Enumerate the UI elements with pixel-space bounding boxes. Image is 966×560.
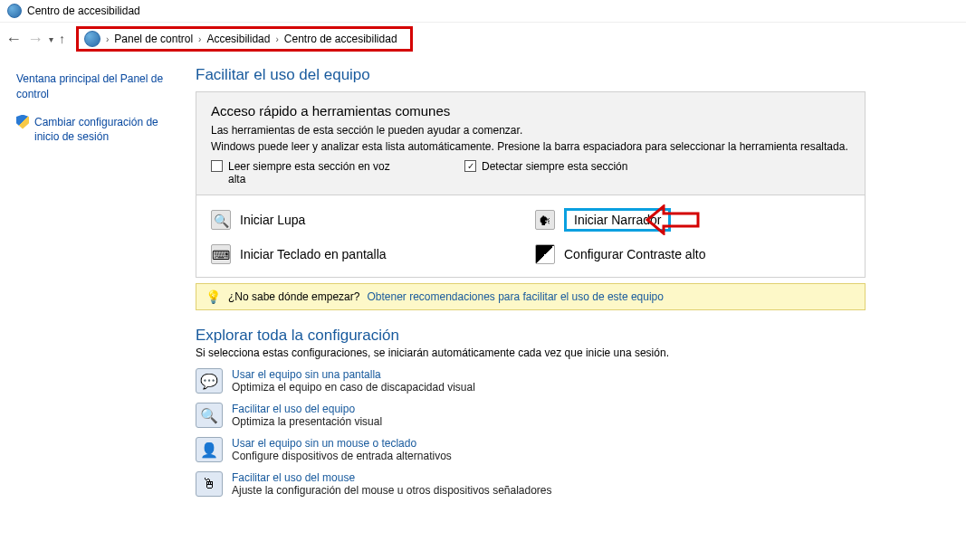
tool-narrador[interactable]: Iniciar Narrador xyxy=(535,208,850,232)
nav-forward-icon[interactable]: → xyxy=(27,30,43,49)
checkbox-read-label: Leer siempre esta sección en voz alta xyxy=(228,160,410,185)
chevron-right-icon: › xyxy=(198,34,201,44)
narrator-icon xyxy=(535,210,555,230)
explore-link[interactable]: Usar el equipo sin una pantalla xyxy=(232,368,475,381)
sidebar: Ventana principal del Panel de control C… xyxy=(16,66,179,506)
tool-lupa-label: Iniciar Lupa xyxy=(240,213,305,227)
breadcrumb[interactable]: › Panel de control › Accesibilidad › Cen… xyxy=(76,26,413,52)
tool-teclado-label: Iniciar Teclado en pantalla xyxy=(240,247,387,261)
crumb-accesibilidad[interactable]: Accesibilidad xyxy=(206,33,270,45)
help-question: ¿No sabe dónde empezar? xyxy=(228,290,359,303)
checkbox-checked-icon: ✓ xyxy=(464,160,476,172)
chevron-right-icon: › xyxy=(106,34,109,44)
sidebar-link-main[interactable]: Ventana principal del Panel de control xyxy=(16,71,179,102)
panel-desc1: Las herramientas de esta sección le pued… xyxy=(211,124,850,137)
magnifier-icon xyxy=(211,210,231,230)
contrast-icon xyxy=(535,244,555,264)
explore-title: Explorar toda la configuración xyxy=(196,327,866,345)
option-icon: 👤 xyxy=(196,437,223,462)
main: Facilitar el uso del equipo Acceso rápid… xyxy=(196,66,866,506)
sidebar-link-login-label: Cambiar configuración de inicio de sesió… xyxy=(34,115,179,146)
tool-contraste-label: Configurar Contraste alto xyxy=(564,247,705,261)
help-bar: 💡 ¿No sabe dónde empezar? Obtener recome… xyxy=(196,283,866,310)
crumb-centro[interactable]: Centro de accesibilidad xyxy=(284,33,397,45)
highlight-narrador: Iniciar Narrador xyxy=(564,208,671,232)
navbar: ← → ▾ ↑ › Panel de control › Accesibilid… xyxy=(0,23,966,55)
breadcrumb-icon xyxy=(84,31,100,47)
explore-item[interactable]: 👤 Usar el equipo sin un mouse o teclado … xyxy=(196,437,866,462)
sidebar-link-login[interactable]: Cambiar configuración de inicio de sesió… xyxy=(16,115,179,146)
explore-link[interactable]: Facilitar el uso del mouse xyxy=(232,471,552,484)
help-link[interactable]: Obtener recomendaciones para facilitar e… xyxy=(367,290,664,303)
checkbox-detect[interactable]: ✓ Detectar siempre esta sección xyxy=(464,160,627,185)
explore-desc: Configure dispositivos de entrada altern… xyxy=(232,450,452,462)
checkbox-detect-label: Detectar siempre esta sección xyxy=(482,160,627,185)
lightbulb-icon: 💡 xyxy=(206,289,221,304)
panel-title: Acceso rápido a herramientas comunes xyxy=(211,103,850,119)
explore-item[interactable]: 🔍 Facilitar el uso del equipo Optimiza l… xyxy=(196,403,866,428)
tools-panel: Iniciar Lupa Iniciar Narrador Iniciar Te… xyxy=(196,195,866,278)
option-icon: 🔍 xyxy=(196,403,223,428)
nav-up-icon[interactable]: ↑ xyxy=(59,32,65,46)
tool-lupa[interactable]: Iniciar Lupa xyxy=(211,208,526,232)
explore-link[interactable]: Facilitar el uso del equipo xyxy=(232,403,382,415)
explore-sub: Si selecciona estas configuraciones, se … xyxy=(196,346,866,359)
crumb-panel[interactable]: Panel de control xyxy=(114,33,193,45)
app-icon xyxy=(7,4,22,18)
explore-item[interactable]: 🖱 Facilitar el uso del mouse Ajuste la c… xyxy=(196,471,866,497)
shield-icon xyxy=(16,115,29,129)
window-title: Centro de accesibilidad xyxy=(27,5,140,17)
checkbox-read-aloud[interactable]: Leer siempre esta sección en voz alta xyxy=(211,160,410,185)
option-icon: 🖱 xyxy=(196,471,223,497)
page-title: Facilitar el uso del equipo xyxy=(196,66,866,84)
tool-contraste[interactable]: Configurar Contraste alto xyxy=(535,244,850,264)
chevron-right-icon: › xyxy=(275,34,278,44)
explore-section: Explorar toda la configuración Si selecc… xyxy=(196,327,866,497)
tool-narrador-label: Iniciar Narrador xyxy=(574,213,661,227)
explore-desc: Optimiza el equipo en caso de discapacid… xyxy=(232,381,475,394)
nav-history-icon[interactable]: ▾ xyxy=(49,34,53,44)
explore-item[interactable]: 💬 Usar el equipo sin una pantalla Optimi… xyxy=(196,368,866,394)
explore-link[interactable]: Usar el equipo sin un mouse o teclado xyxy=(232,437,452,450)
explore-desc: Optimiza la presentación visual xyxy=(232,415,382,428)
explore-desc: Ajuste la configuración del mouse u otro… xyxy=(232,484,552,497)
titlebar: Centro de accesibilidad xyxy=(0,0,966,23)
keyboard-icon xyxy=(211,244,231,264)
quick-access-panel: Acceso rápido a herramientas comunes Las… xyxy=(196,91,866,195)
tool-teclado[interactable]: Iniciar Teclado en pantalla xyxy=(211,244,526,264)
panel-desc2: Windows puede leer y analizar esta lista… xyxy=(211,140,850,153)
nav-back-icon[interactable]: ← xyxy=(5,30,22,49)
option-icon: 💬 xyxy=(196,368,223,394)
checkbox-icon xyxy=(211,160,223,172)
